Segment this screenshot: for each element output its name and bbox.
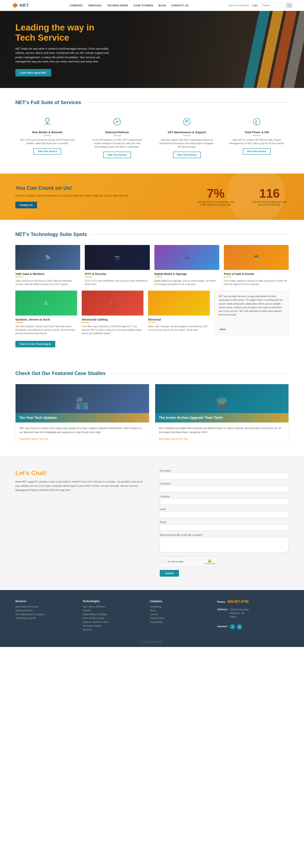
- footer-link-leadership[interactable]: Leadership: [150, 606, 209, 608]
- case-card-1: 🍟 The Iconic Arches Upgrade Their Tech! …: [155, 384, 289, 444]
- contact-left: Let's Chat! Need NET support? Looking to…: [16, 469, 145, 577]
- company-input[interactable]: [160, 499, 289, 505]
- case-link-0[interactable]: Read More about This Job: [19, 438, 48, 440]
- footer-link-privacy[interactable]: Privacy Policy: [150, 617, 209, 620]
- logo-icon: [11, 2, 19, 9]
- footer-services: Services New Builds & Remods National Ro…: [16, 600, 75, 632]
- service-btn-2[interactable]: View This Service: [173, 152, 201, 158]
- tech-desc-4: You have Systems, Servers and Such? We h…: [16, 325, 77, 335]
- service-desc-1: Across 50 locations or 5,000, NET's expe…: [89, 138, 145, 149]
- tech-underline-6: [148, 322, 156, 323]
- tech-name-5: Structured Cabling: [82, 318, 144, 321]
- facebook-icon[interactable]: f: [230, 624, 235, 629]
- last-name-input[interactable]: [160, 486, 289, 492]
- tech-name-2: Digital Media & Signage: [154, 272, 219, 276]
- footer-link-electrical[interactable]: Electrical: [83, 628, 142, 631]
- service-btn-3[interactable]: View This Service: [243, 148, 271, 155]
- tech-underline-4: [16, 322, 23, 323]
- contact-description: Need NET support? Looking to start a new…: [16, 479, 145, 492]
- footer-link-techs[interactable]: Techs: [150, 609, 209, 612]
- nav-contact[interactable]: CONTACT US: [172, 4, 188, 7]
- service-desc-3: Want NET to handle it all? Electric data…: [229, 138, 285, 145]
- contact-us-button[interactable]: Contact Us: [16, 202, 37, 208]
- footer-link-systems[interactable]: Systems, Servers & Such: [83, 621, 142, 623]
- service-underline-1: [113, 135, 121, 136]
- last-name-label: Last Name: [160, 482, 289, 485]
- first-name-input[interactable]: [160, 473, 289, 479]
- case-studies-title: Check Out Our Featured Case Studies: [16, 370, 106, 376]
- last-name-group: Last Name: [160, 482, 289, 492]
- tech-img-1: 📷: [85, 245, 150, 270]
- captcha-widget[interactable]: I'm not a robot 🔒 reCAPTCHA: [160, 556, 217, 567]
- header: NET COMPANY SERVICES TECHNOLOGIES CASE S…: [0, 0, 304, 11]
- contact-section: Let's Chat! Need NET support? Looking to…: [0, 456, 304, 590]
- footer-link-maintenance[interactable]: 24/7 Maintenance & Support: [16, 613, 75, 616]
- footer-connect: Connect: f in: [217, 623, 288, 629]
- search-input[interactable]: [261, 3, 286, 7]
- logo[interactable]: NET: [11, 2, 29, 9]
- count-inner: You Can Count on Us! Contact us today to…: [16, 185, 288, 208]
- testimonial-text: NET has provided service in a way unpara…: [218, 294, 285, 317]
- case-desc-1: NET installed new Digital Menu Boards an…: [159, 426, 285, 434]
- captcha-checkbox[interactable]: [162, 560, 166, 563]
- submit-button[interactable]: Submit: [160, 570, 179, 577]
- service-name-0: New Builds & Remods: [19, 130, 75, 134]
- footer-link-national-rollouts[interactable]: National Rollouts: [16, 609, 75, 612]
- search-button[interactable]: 🔍: [286, 3, 292, 8]
- service-btn-1[interactable]: View This Service: [103, 152, 131, 158]
- email-input[interactable]: [160, 512, 289, 518]
- footer-link-accessibility[interactable]: Accessibility: [150, 621, 209, 623]
- case-divider: [110, 373, 288, 374]
- footer-link-security[interactable]: Security: [83, 609, 142, 612]
- footer-grid: Services New Builds & Remods National Ro…: [16, 600, 288, 632]
- footer-link-cabling[interactable]: Structured Cabling: [83, 624, 142, 627]
- message-label: What would you like to talk with us abou…: [160, 534, 289, 536]
- tech-img-0: 📡: [16, 245, 80, 270]
- captcha-label: I'm not a robot: [168, 560, 202, 563]
- nav-services[interactable]: SERVICES: [88, 4, 102, 7]
- tech-img-4: 🖧: [16, 290, 77, 315]
- footer-link-total-power[interactable]: Total Power and PM: [16, 617, 75, 620]
- nav-blog[interactable]: BLOG: [158, 4, 166, 7]
- footer-bottom: © Copyright 2022 NET: [16, 638, 288, 643]
- nav-company[interactable]: COMPANY: [70, 4, 83, 7]
- footer-link-careers[interactable]: Careers: [150, 613, 209, 616]
- footer-phone-label: Phone:: [217, 600, 225, 603]
- svg-point-6: [115, 119, 116, 120]
- nav-case-studies[interactable]: CASE STUDIES: [133, 4, 153, 7]
- tech-underline-1: [85, 277, 92, 277]
- captcha-logo: 🔒 reCAPTCHA: [204, 558, 215, 565]
- message-textarea[interactable]: [160, 537, 289, 553]
- service-icon-3: [229, 117, 285, 128]
- testimonial-author: - Client: [218, 328, 285, 331]
- hero-cta-button[interactable]: Learn More about NET: [16, 69, 51, 76]
- login-link[interactable]: Login: [252, 4, 258, 7]
- footer-link-digital-media[interactable]: Digital Media & Signage: [83, 613, 142, 616]
- svg-marker-1: [13, 3, 18, 8]
- service-btn-0[interactable]: View This Service: [33, 148, 61, 155]
- stat-1: 7% Join the ranks of our customers with …: [196, 187, 235, 206]
- footer-link-new-builds[interactable]: New Builds & Remods: [16, 606, 75, 608]
- phone-input[interactable]: [160, 524, 289, 531]
- view-all-tech-button[interactable]: View All of Our Technologies: [16, 341, 55, 347]
- stat-1-label: Join the ranks of our customers with a 9…: [196, 201, 235, 206]
- stat-2-number: 116: [250, 187, 288, 199]
- case-body-0: NET was chosen to assist in the large-sc…: [16, 423, 149, 444]
- linkedin-icon[interactable]: in: [237, 624, 242, 629]
- footer-company-title: Company: [150, 600, 209, 603]
- footer-link-pos[interactable]: Point of Sale & Kiosk: [83, 617, 142, 620]
- service-underline-0: [43, 135, 51, 136]
- phone-group: Phone: [160, 521, 289, 531]
- services-header: NET's Full Suite of Services: [16, 99, 288, 105]
- tech-name-0: VoIP, Data & Wireless: [16, 272, 80, 276]
- service-card-0: New Builds & Remods NET is the go-to ven…: [16, 113, 80, 162]
- nav-technologies[interactable]: TECHNOLOGIES: [107, 4, 128, 7]
- stat-1-number: 7%: [196, 187, 235, 199]
- tech-name-3: Point of Sale & Kiosks: [224, 272, 288, 276]
- footer-link-voip[interactable]: VoIP, Data & Wireless: [83, 606, 142, 608]
- tech-name-1: IPTV & Security: [85, 272, 150, 276]
- tech-name-4: Systems, Servers & Such: [16, 318, 77, 321]
- case-link-1[interactable]: Read More about This Job: [159, 438, 188, 440]
- become-technician-link[interactable]: Become a Technician: [229, 4, 249, 6]
- service-name-2: 24/7 Maintenance & Support: [159, 130, 215, 134]
